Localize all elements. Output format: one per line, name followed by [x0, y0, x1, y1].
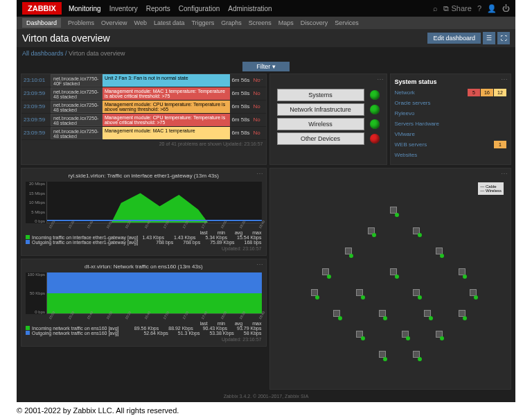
nav-monitoring[interactable]: Monitoring: [69, 5, 101, 12]
status-row: Oracle servers: [395, 98, 507, 107]
subnav-screens[interactable]: Screens: [249, 19, 272, 26]
widget-menu-icon[interactable]: ⋯: [256, 170, 263, 177]
problem-issue[interactable]: Management module: CPU temperature: Temp…: [103, 114, 230, 126]
logout-icon[interactable]: ⏻: [502, 4, 510, 12]
problem-duration: 6m 56s: [230, 74, 252, 87]
status-row: Network51612: [395, 88, 507, 97]
problem-host[interactable]: net.brocade.icx7250-48 stacked: [51, 114, 103, 126]
problem-ack[interactable]: No: [252, 101, 266, 113]
sysgroup-row: Systems: [277, 89, 380, 101]
widget-menu-icon[interactable]: ⋯: [256, 261, 263, 268]
map-status-dot: [361, 336, 365, 340]
problem-row[interactable]: 23:10:01net.brocade.icx7750-40F stackedU…: [21, 74, 266, 87]
legend-row: Outgoing network traffic on ens160 [avg]…: [26, 331, 262, 336]
status-row: Websites: [395, 150, 507, 159]
nav-configuration[interactable]: Configuration: [179, 5, 220, 12]
status-group-link[interactable]: VMware: [395, 131, 507, 137]
fullscreen-icon[interactable]: ⛶: [497, 32, 510, 44]
problem-issue[interactable]: Management module: MAC 1 temperature: Te…: [103, 87, 230, 100]
problem-ack[interactable]: No: [252, 127, 266, 139]
nav-administration[interactable]: Administration: [228, 5, 272, 12]
help-icon[interactable]: ?: [477, 4, 481, 12]
subnav-services[interactable]: Services: [335, 19, 359, 26]
app-footer: Zabbix 3.4.2. © 2001–2017, Zabbix SIA: [17, 392, 515, 400]
map-status-dot: [440, 254, 444, 258]
status-group-link[interactable]: Websites: [395, 152, 507, 158]
sysgroup-row: Wireless: [277, 118, 380, 130]
breadcrumb: All dashboards / Virton data overview: [17, 47, 515, 60]
sysgroup-box[interactable]: Systems: [277, 89, 364, 101]
map-status-dot: [406, 336, 410, 340]
map-status-dot: [361, 295, 365, 300]
breadcrumb-root[interactable]: All dashboards: [22, 50, 64, 57]
status-group-link[interactable]: Ryleevo: [395, 110, 507, 116]
problem-issue[interactable]: Management module: MAC 1 temperature: [103, 127, 230, 139]
problem-issue[interactable]: Management module: CPU temperature: Temp…: [103, 101, 230, 113]
edit-dashboard-button[interactable]: Edit dashboard: [427, 33, 481, 44]
widget-menu-icon[interactable]: ⋯: [377, 76, 384, 83]
subnav-triggers[interactable]: Triggers: [191, 19, 214, 26]
problem-time: 23:09:59: [21, 114, 51, 126]
subnav-discovery[interactable]: Discovery: [301, 19, 328, 26]
map-status-dot: [395, 275, 399, 279]
sysgroups-widget: ⋯ SystemsNetwork InfrastructureWirelessO…: [269, 73, 387, 165]
problem-host[interactable]: net.brocade.icx7250-48 stacked: [51, 87, 103, 100]
nav-reports[interactable]: Reports: [146, 5, 170, 12]
chart2-legend: lastminavgmaxIncoming network traffic on…: [26, 321, 262, 336]
problem-issue[interactable]: Unit 2 Fan 3: Fan is not in normal state: [103, 74, 230, 87]
share-button[interactable]: ⧉ Share: [443, 4, 471, 13]
subnav-maps[interactable]: Maps: [278, 19, 294, 26]
problem-row[interactable]: 23:09:59net.brocade.icx7250-48 stackedMa…: [21, 114, 266, 127]
nav-inventory[interactable]: Inventory: [109, 5, 138, 12]
widget-menu-icon[interactable]: ⋯: [256, 76, 263, 83]
status-group-link[interactable]: Oracle servers: [395, 100, 507, 106]
sub-nav: DashboardProblemsOverviewWebLatest dataT…: [17, 17, 515, 29]
subnav-problems[interactable]: Problems: [68, 19, 94, 26]
map-status-dot: [383, 357, 387, 361]
status-group-link[interactable]: WEB servers: [395, 141, 494, 148]
chart-ens160: ⋯ dt-xr.virton: Network traffic on ens16…: [21, 259, 267, 347]
map-status-dot: [418, 233, 422, 237]
subnav-latest-data[interactable]: Latest data: [154, 19, 185, 26]
map-status-dot: [418, 295, 422, 300]
system-status-widget: ⋯ System status Network51612Oracle serve…: [390, 73, 512, 165]
page-title: Virton data overview: [22, 33, 427, 44]
network-map-canvas[interactable]: [277, 175, 504, 382]
status-count[interactable]: 5: [468, 89, 480, 96]
status-count[interactable]: 1: [494, 141, 506, 148]
y-axis: 20 Mbps15 Mbps10 Mbps5 Mbps0 bps: [26, 182, 46, 223]
sysgroup-box[interactable]: Network Infrastructure: [277, 103, 364, 116]
problem-row[interactable]: 23:09:59net.brocade.icx7250-48 stackedMa…: [21, 87, 266, 101]
map-status-dot: [315, 295, 319, 300]
search-icon[interactable]: ⌕: [433, 4, 438, 12]
subnav-web[interactable]: Web: [134, 19, 147, 26]
widget-menu-icon[interactable]: ⋯: [501, 76, 508, 83]
sysgroup-box[interactable]: Wireless: [277, 118, 364, 130]
status-row: Ryleevo: [395, 109, 507, 118]
problem-ack[interactable]: No: [252, 114, 266, 126]
subnav-overview[interactable]: Overview: [101, 19, 127, 26]
sysgroup-row: Network Infrastructure: [277, 103, 380, 116]
subnav-graphs[interactable]: Graphs: [221, 19, 242, 26]
status-count[interactable]: 16: [481, 89, 493, 96]
status-group-link[interactable]: Network: [395, 89, 468, 96]
filter-button[interactable]: Filter ▾: [242, 62, 290, 71]
problem-host[interactable]: net.brocade.icx7250-48 stacked: [51, 101, 103, 113]
problem-ack[interactable]: No: [252, 87, 266, 100]
problem-row[interactable]: 23:09:59net.brocade.icx7250-48 stackedMa…: [21, 127, 266, 140]
subnav-dashboard[interactable]: Dashboard: [22, 18, 61, 28]
problem-row[interactable]: 23:09:59net.brocade.icx7250-48 stackedMa…: [21, 101, 266, 114]
status-row: Servers Hardware: [395, 119, 507, 128]
problem-duration: 6m 58s: [230, 127, 252, 139]
status-count[interactable]: 12: [494, 89, 506, 96]
problem-host[interactable]: net.brocade.icx7750-40F stacked: [51, 74, 103, 87]
sysgroup-box[interactable]: Other Devices: [277, 132, 364, 145]
status-group-link[interactable]: Servers Hardware: [395, 121, 507, 127]
problem-time: 23:09:59: [21, 127, 51, 139]
options-icon[interactable]: ☰: [483, 32, 495, 44]
user-icon[interactable]: 👤: [487, 4, 497, 13]
problem-host[interactable]: net.brocade.icx7250-48 stacked: [51, 127, 103, 139]
status-row: WEB servers1: [395, 140, 507, 149]
map-status-dot: [327, 275, 331, 279]
problems-rows: 23:10:01net.brocade.icx7750-40F stackedU…: [21, 74, 266, 140]
